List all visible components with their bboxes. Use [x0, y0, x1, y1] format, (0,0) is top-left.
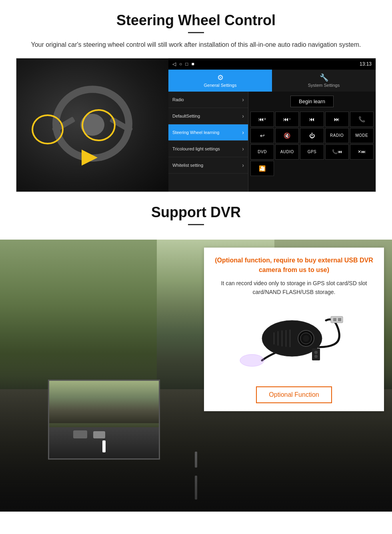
android-tabs: ⚙ General Settings 🔧 System Settings [168, 70, 376, 92]
ctrl-next[interactable]: ⏭ [325, 112, 349, 127]
optional-function-button[interactable]: Optional Function [256, 386, 332, 403]
android-statusbar: ◁ ○ □ ■ 13:13 [168, 58, 376, 70]
menu-item-tricolour[interactable]: Tricoloured light settings › [168, 141, 248, 157]
dvr-title: Support DVR [16, 204, 376, 221]
steering-photo [16, 58, 168, 192]
ctrl-camera[interactable]: 🎦 [250, 161, 274, 176]
dvr-camera-image [212, 302, 376, 382]
wheel-bg [16, 58, 168, 192]
menu-item-steering[interactable]: Steering Wheel learning › [168, 124, 248, 141]
ctrl-call-prev[interactable]: 📞⏮ [325, 144, 349, 160]
menu-tricolour-label: Tricoloured light settings [172, 146, 220, 151]
svg-rect-13 [312, 348, 320, 360]
ctrl-mode[interactable]: MODE [350, 128, 374, 143]
controls-grid: ⏮+ ⏮− ⏮ ⏭ 📞 ↩ 🔇 ⏻ RADIO MODE DVD AUDIO [250, 112, 374, 176]
menu-whitelist-label: Whitelist setting [172, 163, 203, 168]
menu-steering-label: Steering Wheel learning [172, 130, 219, 135]
ctrl-mute[interactable]: 🔇 [275, 128, 299, 143]
menu-radio-arrow: › [242, 96, 244, 103]
dvr-description: It can record video only to storage in G… [212, 279, 376, 297]
camera-inset [48, 380, 160, 460]
statusbar-time: 13:13 [360, 61, 372, 67]
dvr-section: Support DVR (Opt [0, 192, 392, 512]
svg-point-12 [303, 335, 309, 342]
ctrl-prev[interactable]: ⏮ [300, 112, 324, 127]
android-panel: ◁ ○ □ ■ 13:13 ⚙ General Settings 🔧 Syste… [168, 58, 376, 192]
menu-tricolour-arrow: › [242, 146, 244, 152]
ctrl-back[interactable]: ↩ [250, 128, 274, 143]
tab-system-label: System Settings [308, 83, 340, 88]
dvr-camera-svg [230, 308, 358, 376]
ctrl-dvd[interactable]: DVD [250, 144, 274, 160]
system-icon: 🔧 [320, 73, 328, 82]
back-icon: ◁ [172, 61, 176, 67]
menu-item-whitelist[interactable]: Whitelist setting › [168, 157, 248, 174]
menu-default-label: DefaultSetting [172, 114, 200, 118]
menu-icon: ■ [192, 61, 194, 67]
steering-section: Steering Wheel Control Your original car… [0, 0, 392, 192]
menu-item-default[interactable]: DefaultSetting › [168, 108, 248, 124]
dvr-divider [188, 224, 204, 225]
general-icon: ⚙ [217, 73, 224, 82]
home-icon: ○ [179, 61, 182, 67]
steering-title: Steering Wheel Control [16, 12, 376, 29]
inset-sky [49, 381, 159, 424]
tab-system[interactable]: 🔧 System Settings [272, 70, 376, 92]
tab-general[interactable]: ⚙ General Settings [168, 70, 272, 92]
menu-radio-label: Radio [172, 97, 184, 102]
arrow-indicator [82, 150, 98, 166]
inset-road-line [102, 440, 106, 452]
ctrl-end-next[interactable]: ✕⏭ [350, 144, 374, 160]
svg-rect-1 [333, 318, 336, 321]
highlight-left [32, 114, 64, 144]
begin-learn-area: Begin learn [250, 94, 374, 110]
svg-rect-2 [338, 318, 341, 321]
title-divider [188, 32, 204, 33]
svg-point-3 [240, 354, 264, 366]
android-content: Radio › DefaultSetting › Steering Wheel … [168, 92, 376, 192]
ctrl-gps[interactable]: GPS [300, 144, 324, 160]
tab-general-label: General Settings [204, 83, 237, 88]
svg-point-14 [314, 351, 318, 354]
dvr-optional-text: (Optional function, require to buy exter… [212, 256, 376, 275]
menu-default-arrow: › [242, 113, 244, 119]
dvr-image-container: (Optional function, require to buy exter… [0, 240, 392, 512]
recent-icon: □ [185, 61, 188, 67]
statusbar-left: ◁ ○ □ ■ [172, 61, 194, 67]
ctrl-audio[interactable]: AUDIO [275, 144, 299, 160]
dvr-title-area: Support DVR [0, 204, 392, 240]
svg-point-15 [314, 355, 318, 358]
ctrl-radio[interactable]: RADIO [325, 128, 349, 143]
menu-whitelist-arrow: › [242, 162, 244, 168]
menu-list: Radio › DefaultSetting › Steering Wheel … [168, 92, 248, 192]
controls-panel: Begin learn ⏮+ ⏮− ⏮ ⏭ 📞 ↩ 🔇 ⏻ RADIO [248, 92, 376, 192]
begin-learn-button[interactable]: Begin learn [290, 96, 334, 107]
inset-car-2 [93, 431, 105, 438]
inset-car-1 [73, 430, 87, 438]
steering-subtitle: Your original car's steering wheel contr… [16, 40, 376, 50]
ctrl-vol-down[interactable]: ⏮− [275, 112, 299, 127]
menu-steering-arrow: › [242, 129, 244, 136]
ctrl-power[interactable]: ⏻ [300, 128, 324, 143]
ctrl-vol-up[interactable]: ⏮+ [250, 112, 274, 127]
menu-item-radio[interactable]: Radio › [168, 92, 248, 108]
ctrl-call[interactable]: 📞 [350, 112, 374, 127]
highlight-right [82, 109, 116, 141]
steering-composite: ◁ ○ □ ■ 13:13 ⚙ General Settings 🔧 Syste… [16, 58, 376, 192]
dvr-info-card: (Optional function, require to buy exter… [204, 248, 384, 412]
